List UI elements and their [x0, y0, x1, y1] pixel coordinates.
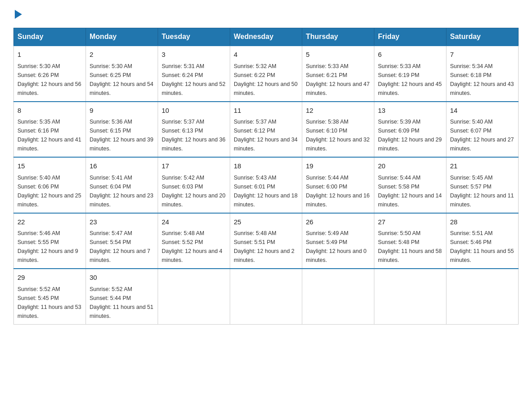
day-cell: 19 Sunrise: 5:44 AMSunset: 6:00 PMDaylig…	[302, 157, 374, 213]
day-info: Sunrise: 5:30 AMSunset: 6:26 PMDaylight:…	[17, 63, 81, 96]
day-info: Sunrise: 5:51 AMSunset: 5:46 PMDaylight:…	[450, 230, 514, 263]
day-cell: 27 Sunrise: 5:50 AMSunset: 5:48 PMDaylig…	[374, 213, 446, 269]
day-number: 17	[162, 161, 226, 171]
day-cell: 8 Sunrise: 5:35 AMSunset: 6:16 PMDayligh…	[14, 102, 86, 158]
header-sunday: Sunday	[14, 28, 86, 46]
day-cell	[374, 269, 446, 324]
day-cell: 9 Sunrise: 5:36 AMSunset: 6:15 PMDayligh…	[86, 102, 158, 158]
day-cell: 6 Sunrise: 5:33 AMSunset: 6:19 PMDayligh…	[374, 46, 446, 102]
day-info: Sunrise: 5:48 AMSunset: 5:51 PMDaylight:…	[234, 230, 295, 263]
day-info: Sunrise: 5:43 AMSunset: 6:01 PMDaylight:…	[234, 175, 297, 208]
logo-blue-part	[13, 9, 22, 19]
day-cell: 13 Sunrise: 5:39 AMSunset: 6:09 PMDaylig…	[374, 102, 446, 158]
day-number: 12	[306, 106, 370, 116]
day-info: Sunrise: 5:33 AMSunset: 6:19 PMDaylight:…	[378, 63, 442, 96]
day-number: 27	[378, 217, 442, 227]
day-number: 5	[306, 50, 370, 60]
day-number: 20	[378, 161, 442, 171]
header-thursday: Thursday	[302, 28, 374, 46]
day-number: 30	[90, 273, 154, 283]
day-number: 9	[90, 106, 154, 116]
day-cell: 21 Sunrise: 5:45 AMSunset: 5:57 PMDaylig…	[446, 157, 519, 213]
day-number: 10	[162, 106, 226, 116]
day-number: 26	[306, 217, 370, 227]
day-cell: 17 Sunrise: 5:42 AMSunset: 6:03 PMDaylig…	[158, 157, 230, 213]
day-number: 7	[450, 50, 515, 60]
calendar-table: SundayMondayTuesdayWednesdayThursdayFrid…	[13, 28, 519, 325]
day-number: 28	[450, 217, 515, 227]
day-cell: 24 Sunrise: 5:48 AMSunset: 5:52 PMDaylig…	[158, 213, 230, 269]
day-cell: 10 Sunrise: 5:37 AMSunset: 6:13 PMDaylig…	[158, 102, 230, 158]
day-cell: 29 Sunrise: 5:52 AMSunset: 5:45 PMDaylig…	[14, 269, 86, 324]
day-number: 21	[450, 161, 515, 171]
day-info: Sunrise: 5:37 AMSunset: 6:12 PMDaylight:…	[234, 119, 297, 152]
logo-arrow-icon	[15, 10, 22, 19]
day-info: Sunrise: 5:46 AMSunset: 5:55 PMDaylight:…	[17, 230, 78, 263]
day-cell: 2 Sunrise: 5:30 AMSunset: 6:25 PMDayligh…	[86, 46, 158, 102]
header-saturday: Saturday	[446, 28, 519, 46]
day-cell	[158, 269, 230, 324]
day-info: Sunrise: 5:49 AMSunset: 5:49 PMDaylight:…	[306, 230, 367, 263]
day-number: 14	[450, 106, 515, 116]
header-tuesday: Tuesday	[158, 28, 230, 46]
week-row-2: 8 Sunrise: 5:35 AMSunset: 6:16 PMDayligh…	[14, 102, 519, 158]
day-info: Sunrise: 5:47 AMSunset: 5:54 PMDaylight:…	[90, 230, 150, 263]
day-number: 15	[17, 161, 82, 171]
day-info: Sunrise: 5:40 AMSunset: 6:07 PMDaylight:…	[450, 119, 514, 152]
day-cell	[230, 269, 302, 324]
day-number: 6	[378, 50, 442, 60]
day-cell: 18 Sunrise: 5:43 AMSunset: 6:01 PMDaylig…	[230, 157, 302, 213]
day-info: Sunrise: 5:33 AMSunset: 6:21 PMDaylight:…	[306, 63, 369, 96]
header-monday: Monday	[86, 28, 158, 46]
day-cell: 20 Sunrise: 5:44 AMSunset: 5:58 PMDaylig…	[374, 157, 446, 213]
day-number: 22	[17, 217, 82, 227]
day-info: Sunrise: 5:52 AMSunset: 5:45 PMDaylight:…	[17, 286, 81, 319]
day-info: Sunrise: 5:41 AMSunset: 6:04 PMDaylight:…	[90, 175, 153, 208]
day-cell: 11 Sunrise: 5:37 AMSunset: 6:12 PMDaylig…	[230, 102, 302, 158]
logo	[13, 9, 22, 19]
day-info: Sunrise: 5:32 AMSunset: 6:22 PMDaylight:…	[234, 63, 297, 96]
day-info: Sunrise: 5:40 AMSunset: 6:06 PMDaylight:…	[17, 175, 81, 208]
day-number: 3	[162, 50, 226, 60]
day-number: 23	[90, 217, 154, 227]
day-info: Sunrise: 5:44 AMSunset: 6:00 PMDaylight:…	[306, 175, 369, 208]
day-cell: 3 Sunrise: 5:31 AMSunset: 6:24 PMDayligh…	[158, 46, 230, 102]
day-number: 29	[17, 273, 82, 283]
day-number: 19	[306, 161, 370, 171]
day-cell: 4 Sunrise: 5:32 AMSunset: 6:22 PMDayligh…	[230, 46, 302, 102]
day-number: 8	[17, 106, 82, 116]
day-number: 11	[234, 106, 298, 116]
day-number: 2	[90, 50, 154, 60]
day-info: Sunrise: 5:50 AMSunset: 5:48 PMDaylight:…	[378, 230, 442, 263]
day-cell: 5 Sunrise: 5:33 AMSunset: 6:21 PMDayligh…	[302, 46, 374, 102]
day-info: Sunrise: 5:36 AMSunset: 6:15 PMDaylight:…	[90, 119, 153, 152]
day-number: 1	[17, 50, 82, 60]
day-cell	[446, 269, 519, 324]
day-info: Sunrise: 5:37 AMSunset: 6:13 PMDaylight:…	[162, 119, 225, 152]
week-row-3: 15 Sunrise: 5:40 AMSunset: 6:06 PMDaylig…	[14, 157, 519, 213]
day-number: 4	[234, 50, 298, 60]
header-wednesday: Wednesday	[230, 28, 302, 46]
day-cell: 7 Sunrise: 5:34 AMSunset: 6:18 PMDayligh…	[446, 46, 519, 102]
day-info: Sunrise: 5:38 AMSunset: 6:10 PMDaylight:…	[306, 119, 369, 152]
day-cell: 16 Sunrise: 5:41 AMSunset: 6:04 PMDaylig…	[86, 157, 158, 213]
week-row-5: 29 Sunrise: 5:52 AMSunset: 5:45 PMDaylig…	[14, 269, 519, 324]
week-row-1: 1 Sunrise: 5:30 AMSunset: 6:26 PMDayligh…	[14, 46, 519, 102]
day-cell: 26 Sunrise: 5:49 AMSunset: 5:49 PMDaylig…	[302, 213, 374, 269]
day-info: Sunrise: 5:34 AMSunset: 6:18 PMDaylight:…	[450, 63, 514, 96]
day-info: Sunrise: 5:45 AMSunset: 5:57 PMDaylight:…	[450, 175, 514, 208]
week-row-4: 22 Sunrise: 5:46 AMSunset: 5:55 PMDaylig…	[14, 213, 519, 269]
day-cell: 22 Sunrise: 5:46 AMSunset: 5:55 PMDaylig…	[14, 213, 86, 269]
day-info: Sunrise: 5:30 AMSunset: 6:25 PMDaylight:…	[90, 63, 153, 96]
page-header	[13, 9, 519, 19]
day-info: Sunrise: 5:39 AMSunset: 6:09 PMDaylight:…	[378, 119, 442, 152]
day-cell: 30 Sunrise: 5:52 AMSunset: 5:44 PMDaylig…	[86, 269, 158, 324]
day-cell: 25 Sunrise: 5:48 AMSunset: 5:51 PMDaylig…	[230, 213, 302, 269]
day-number: 13	[378, 106, 442, 116]
day-cell: 15 Sunrise: 5:40 AMSunset: 6:06 PMDaylig…	[14, 157, 86, 213]
day-number: 24	[162, 217, 226, 227]
day-cell: 28 Sunrise: 5:51 AMSunset: 5:46 PMDaylig…	[446, 213, 519, 269]
day-cell	[302, 269, 374, 324]
day-number: 16	[90, 161, 154, 171]
header-friday: Friday	[374, 28, 446, 46]
